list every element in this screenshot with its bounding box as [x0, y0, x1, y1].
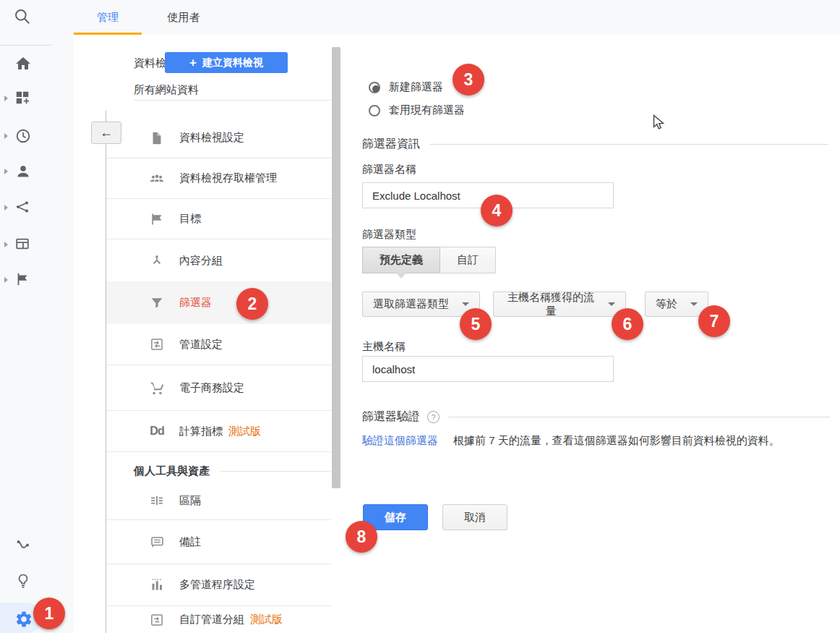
back-button[interactable]: ← — [91, 122, 121, 144]
expand-arrow-icon — [4, 169, 8, 174]
sidebar-item-label: 資料檢視存取權管理 — [179, 171, 277, 185]
annotation-badge-2: 2 — [236, 288, 268, 320]
annotation-badge-4: 4 — [481, 195, 513, 226]
annotation-bubble-icon — [148, 533, 166, 551]
sidebar-item-label: 管道設定 — [179, 338, 223, 352]
audience-person-icon — [14, 163, 32, 180]
flag-icon — [148, 211, 166, 228]
tab-predefined[interactable]: 預先定義 — [362, 247, 440, 273]
expand-arrow-icon — [4, 95, 8, 101]
sidebar-item-content-grouping[interactable]: 內容分組 — [106, 239, 331, 281]
hostname-input[interactable] — [362, 356, 614, 382]
radio-new-filter[interactable]: 新建篩選器 — [369, 80, 443, 94]
sidebar-item-multichannel-funnel[interactable]: 多管道程序設定 — [106, 564, 331, 606]
filter-type-dropdown-label: 選取篩選器類型 — [373, 297, 449, 311]
tab-users[interactable]: 使用者 — [160, 0, 207, 35]
source-dropdown-label: 主機名稱獲得的流量 — [504, 291, 598, 318]
view-name: 所有網站資料 — [134, 83, 199, 97]
radio-existing-filter-label: 套用現有篩選器 — [389, 103, 465, 117]
caret-down-icon — [690, 302, 698, 306]
filter-info-section-header: 篩選器資訊 — [362, 137, 828, 152]
operator-dropdown[interactable]: 等於 — [645, 292, 708, 317]
source-dropdown[interactable]: 主機名稱獲得的流量 — [493, 292, 626, 317]
radio-new-filter-label: 新建篩選器 — [389, 80, 443, 94]
filter-type-dropdown[interactable]: 選取篩選器類型 — [362, 292, 480, 317]
tab-custom[interactable]: 自訂 — [440, 247, 496, 273]
panel-section-personal-tools: 個人工具與資產 — [134, 460, 331, 482]
behavior-layout-icon — [14, 236, 32, 253]
divider — [134, 100, 331, 101]
section-line — [220, 471, 331, 472]
home-icon — [14, 55, 32, 72]
verify-filter-link[interactable]: 驗證這個篩選器 — [362, 434, 438, 448]
create-view-button[interactable]: + 建立資料檢視 — [165, 52, 288, 73]
tab-admin-label: 管理 — [97, 11, 119, 25]
realtime-clock-icon — [14, 127, 32, 145]
channel-grouping-icon — [148, 611, 166, 629]
annotation-badge-6: 6 — [612, 308, 643, 340]
search-button[interactable] — [10, 6, 35, 30]
expand-arrow-icon — [4, 277, 8, 283]
conversions-flag-icon — [14, 271, 32, 289]
radio-selected-icon[interactable] — [369, 82, 380, 93]
rail-item-customization[interactable] — [0, 85, 74, 111]
sidebar-item-user-management[interactable]: 資料檢視存取權管理 — [106, 158, 331, 199]
rail-item-acquisition[interactable] — [0, 195, 74, 221]
rail-item-attribution[interactable] — [0, 532, 74, 558]
sidebar-item-label: 內容分組 — [179, 254, 223, 268]
caret-down-icon — [462, 302, 469, 306]
radio-unselected-icon[interactable] — [369, 105, 380, 116]
discover-lightbulb-icon — [14, 572, 32, 590]
beta-badge: 測試版 — [250, 613, 283, 626]
channel-settings-icon — [148, 336, 166, 353]
rail-item-discover[interactable] — [0, 568, 74, 594]
panel-scrollbar-thumb[interactable] — [332, 47, 340, 488]
sidebar-item-ecommerce[interactable]: 電子商務設定 — [106, 365, 331, 411]
rail-item-behavior[interactable] — [0, 231, 74, 258]
rail-item-realtime[interactable] — [0, 123, 74, 149]
people-icon — [148, 170, 166, 187]
rail-item-conversions[interactable] — [0, 267, 74, 293]
sidebar-item-label: 資料檢視設定 — [179, 131, 244, 145]
verify-description: 根據前 7 天的流量，查看這個篩選器如何影響目前資料檢視的資料。 — [453, 434, 780, 448]
top-bar: 管理 使用者 — [0, 0, 840, 35]
filter-name-label: 篩選器名稱 — [362, 163, 416, 177]
sidebar-item-goals[interactable]: 目標 — [106, 199, 331, 239]
sidebar-item-label: 計算指標 — [179, 425, 223, 438]
sidebar-item-channel-settings[interactable]: 管道設定 — [106, 324, 331, 365]
cancel-button[interactable]: 取消 — [442, 504, 507, 530]
section-rule — [448, 417, 830, 417]
sidebar-item-custom-channel-grouping[interactable]: 自訂管道分組 測試版 — [106, 606, 331, 633]
help-icon[interactable]: ? — [427, 411, 440, 423]
create-view-label: 建立資料檢視 — [202, 56, 263, 69]
sidebar-item-segments[interactable]: 區隔 — [106, 482, 331, 520]
mouse-cursor-icon — [653, 114, 665, 134]
rail-item-audience[interactable] — [0, 158, 74, 184]
rail-item-home[interactable] — [0, 51, 74, 77]
sidebar-item-view-settings[interactable]: 資料檢視設定 — [106, 118, 331, 158]
sidebar-item-annotations[interactable]: 備註 — [106, 520, 331, 564]
sidebar-item-label: 自訂管道分組 — [179, 613, 244, 626]
tab-admin[interactable]: 管理 — [74, 0, 142, 35]
bar-chart-icon — [148, 577, 166, 594]
cart-icon — [148, 379, 166, 396]
caret-down-icon — [608, 302, 615, 306]
tab-users-label: 使用者 — [168, 11, 200, 25]
sidebar-item-label: 目標 — [179, 212, 201, 226]
operator-dropdown-label: 等於 — [656, 297, 677, 311]
filter-type-tabs: 預先定義 自訂 — [362, 247, 496, 273]
section-label: 個人工具與資產 — [134, 464, 210, 478]
acquisition-branch-icon — [14, 199, 32, 216]
radio-existing-filter[interactable]: 套用現有篩選器 — [369, 103, 465, 117]
section-rule — [429, 144, 828, 145]
filter-funnel-icon — [148, 294, 166, 312]
annotation-badge-5: 5 — [460, 308, 492, 340]
sidebar-item-calculated-metrics[interactable]: Dd 計算指標 測試版 — [106, 411, 331, 452]
annotation-badge-7: 7 — [698, 305, 730, 337]
annotation-badge-8: 8 — [346, 521, 377, 553]
customization-icon — [14, 90, 32, 107]
plus-icon: + — [189, 56, 197, 69]
filter-verify-section-header: 篩選器驗證 ? — [362, 409, 830, 425]
sidebar-item-filters[interactable]: 篩選器 — [106, 281, 331, 324]
content-grouping-icon — [148, 252, 166, 269]
